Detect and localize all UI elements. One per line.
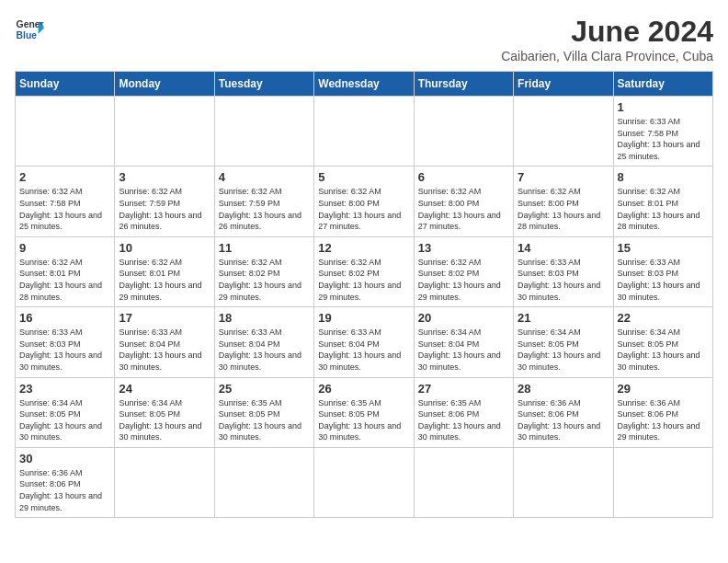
calendar-cell: 25Sunrise: 6:35 AM Sunset: 8:05 PM Dayli… <box>214 377 313 447</box>
calendar-cell <box>115 97 214 167</box>
day-number: 10 <box>119 241 210 255</box>
day-info: Sunrise: 6:32 AM Sunset: 8:00 PM Dayligh… <box>518 186 609 232</box>
calendar-cell <box>314 97 414 167</box>
calendar-cell <box>514 97 613 167</box>
calendar-cell: 29Sunrise: 6:36 AM Sunset: 8:06 PM Dayli… <box>613 377 712 447</box>
calendar-cell: 13Sunrise: 6:32 AM Sunset: 8:02 PM Dayli… <box>414 236 513 306</box>
day-info: Sunrise: 6:34 AM Sunset: 8:05 PM Dayligh… <box>518 327 609 373</box>
header: General Blue June 2024 Caibarien, Villa … <box>15 15 713 63</box>
day-number: 2 <box>19 170 110 184</box>
day-number: 16 <box>19 311 110 325</box>
day-info: Sunrise: 6:33 AM Sunset: 8:03 PM Dayligh… <box>518 257 609 303</box>
day-info: Sunrise: 6:33 AM Sunset: 8:03 PM Dayligh… <box>19 327 110 373</box>
day-info: Sunrise: 6:32 AM Sunset: 8:02 PM Dayligh… <box>418 257 509 303</box>
calendar-cell: 4Sunrise: 6:32 AM Sunset: 7:59 PM Daylig… <box>214 167 313 236</box>
day-info: Sunrise: 6:32 AM Sunset: 8:01 PM Dayligh… <box>119 257 210 303</box>
day-number: 11 <box>219 241 310 255</box>
day-number: 14 <box>518 241 609 255</box>
day-number: 30 <box>19 452 110 465</box>
calendar-cell: 17Sunrise: 6:33 AM Sunset: 8:04 PM Dayli… <box>115 307 214 377</box>
title-block: June 2024 Caibarien, Villa Clara Provinc… <box>501 15 713 63</box>
svg-text:Blue: Blue <box>17 30 38 40</box>
day-info: Sunrise: 6:34 AM Sunset: 8:04 PM Dayligh… <box>418 327 509 373</box>
calendar-cell <box>115 447 214 517</box>
day-info: Sunrise: 6:32 AM Sunset: 7:59 PM Dayligh… <box>219 186 310 232</box>
day-number: 1 <box>618 100 709 114</box>
day-info: Sunrise: 6:33 AM Sunset: 7:58 PM Dayligh… <box>618 116 709 162</box>
day-info: Sunrise: 6:33 AM Sunset: 8:04 PM Dayligh… <box>219 327 310 373</box>
calendar-table: SundayMondayTuesdayWednesdayThursdayFrid… <box>15 71 713 518</box>
day-info: Sunrise: 6:32 AM Sunset: 8:00 PM Dayligh… <box>418 186 509 232</box>
calendar-cell: 28Sunrise: 6:36 AM Sunset: 8:06 PM Dayli… <box>514 377 613 447</box>
week-row-4: 23Sunrise: 6:34 AM Sunset: 8:05 PM Dayli… <box>16 377 713 447</box>
week-row-0: 1Sunrise: 6:33 AM Sunset: 7:58 PM Daylig… <box>16 97 713 167</box>
day-number: 6 <box>418 170 509 184</box>
calendar-cell <box>414 97 513 167</box>
calendar-cell: 14Sunrise: 6:33 AM Sunset: 8:03 PM Dayli… <box>514 236 613 306</box>
day-info: Sunrise: 6:32 AM Sunset: 7:59 PM Dayligh… <box>119 186 210 232</box>
calendar-cell: 5Sunrise: 6:32 AM Sunset: 8:00 PM Daylig… <box>314 167 414 236</box>
day-number: 25 <box>219 382 310 396</box>
day-header-saturday: Saturday <box>613 72 712 97</box>
calendar-cell: 18Sunrise: 6:33 AM Sunset: 8:04 PM Dayli… <box>214 307 313 377</box>
day-number: 29 <box>618 382 709 396</box>
day-info: Sunrise: 6:32 AM Sunset: 7:58 PM Dayligh… <box>19 186 110 232</box>
calendar-subtitle: Caibarien, Villa Clara Province, Cuba <box>501 49 713 63</box>
day-number: 13 <box>418 241 509 255</box>
day-info: Sunrise: 6:32 AM Sunset: 8:02 PM Dayligh… <box>318 257 409 303</box>
day-number: 23 <box>19 382 110 396</box>
day-number: 12 <box>318 241 409 255</box>
day-number: 9 <box>19 241 110 255</box>
day-info: Sunrise: 6:32 AM Sunset: 8:00 PM Dayligh… <box>318 186 409 232</box>
calendar-cell <box>214 97 313 167</box>
calendar-cell: 9Sunrise: 6:32 AM Sunset: 8:01 PM Daylig… <box>16 236 115 306</box>
calendar-cell <box>613 447 712 517</box>
day-info: Sunrise: 6:34 AM Sunset: 8:05 PM Dayligh… <box>119 397 210 443</box>
week-row-1: 2Sunrise: 6:32 AM Sunset: 7:58 PM Daylig… <box>16 167 713 236</box>
header-row: SundayMondayTuesdayWednesdayThursdayFrid… <box>16 72 713 97</box>
day-number: 4 <box>219 170 310 184</box>
calendar-cell: 3Sunrise: 6:32 AM Sunset: 7:59 PM Daylig… <box>115 167 214 236</box>
calendar-cell: 1Sunrise: 6:33 AM Sunset: 7:58 PM Daylig… <box>613 97 712 167</box>
calendar-cell: 11Sunrise: 6:32 AM Sunset: 8:02 PM Dayli… <box>214 236 313 306</box>
calendar-cell <box>414 447 513 517</box>
calendar-cell <box>514 447 613 517</box>
calendar-cell <box>16 97 115 167</box>
day-info: Sunrise: 6:34 AM Sunset: 8:05 PM Dayligh… <box>618 327 709 373</box>
calendar-cell <box>314 447 414 517</box>
calendar-cell: 15Sunrise: 6:33 AM Sunset: 8:03 PM Dayli… <box>613 236 712 306</box>
day-header-monday: Monday <box>115 72 214 97</box>
calendar-title: June 2024 <box>501 15 713 49</box>
day-info: Sunrise: 6:35 AM Sunset: 8:05 PM Dayligh… <box>219 397 310 443</box>
day-info: Sunrise: 6:33 AM Sunset: 8:03 PM Dayligh… <box>618 257 709 303</box>
calendar-cell: 30Sunrise: 6:36 AM Sunset: 8:06 PM Dayli… <box>16 447 115 517</box>
day-info: Sunrise: 6:32 AM Sunset: 8:02 PM Dayligh… <box>219 257 310 303</box>
calendar-cell <box>214 447 313 517</box>
week-row-2: 9Sunrise: 6:32 AM Sunset: 8:01 PM Daylig… <box>16 236 713 306</box>
calendar-cell: 19Sunrise: 6:33 AM Sunset: 8:04 PM Dayli… <box>314 307 414 377</box>
day-info: Sunrise: 6:35 AM Sunset: 8:06 PM Dayligh… <box>418 397 509 443</box>
day-number: 22 <box>618 311 709 325</box>
calendar-cell: 10Sunrise: 6:32 AM Sunset: 8:01 PM Dayli… <box>115 236 214 306</box>
day-info: Sunrise: 6:32 AM Sunset: 8:01 PM Dayligh… <box>618 186 709 232</box>
day-number: 7 <box>518 170 609 184</box>
day-info: Sunrise: 6:32 AM Sunset: 8:01 PM Dayligh… <box>19 257 110 303</box>
calendar-cell: 21Sunrise: 6:34 AM Sunset: 8:05 PM Dayli… <box>514 307 613 377</box>
day-number: 20 <box>418 311 509 325</box>
day-header-friday: Friday <box>514 72 613 97</box>
day-number: 27 <box>418 382 509 396</box>
calendar-cell: 27Sunrise: 6:35 AM Sunset: 8:06 PM Dayli… <box>414 377 513 447</box>
calendar-cell: 8Sunrise: 6:32 AM Sunset: 8:01 PM Daylig… <box>613 167 712 236</box>
day-info: Sunrise: 6:36 AM Sunset: 8:06 PM Dayligh… <box>618 397 709 443</box>
day-number: 18 <box>219 311 310 325</box>
day-number: 17 <box>119 311 210 325</box>
day-number: 24 <box>119 382 210 396</box>
calendar-cell: 24Sunrise: 6:34 AM Sunset: 8:05 PM Dayli… <box>115 377 214 447</box>
calendar-cell: 23Sunrise: 6:34 AM Sunset: 8:05 PM Dayli… <box>16 377 115 447</box>
day-header-thursday: Thursday <box>414 72 513 97</box>
day-number: 21 <box>518 311 609 325</box>
calendar-cell: 26Sunrise: 6:35 AM Sunset: 8:05 PM Dayli… <box>314 377 414 447</box>
day-number: 19 <box>318 311 409 325</box>
day-number: 8 <box>618 170 709 184</box>
week-row-5: 30Sunrise: 6:36 AM Sunset: 8:06 PM Dayli… <box>16 447 713 517</box>
